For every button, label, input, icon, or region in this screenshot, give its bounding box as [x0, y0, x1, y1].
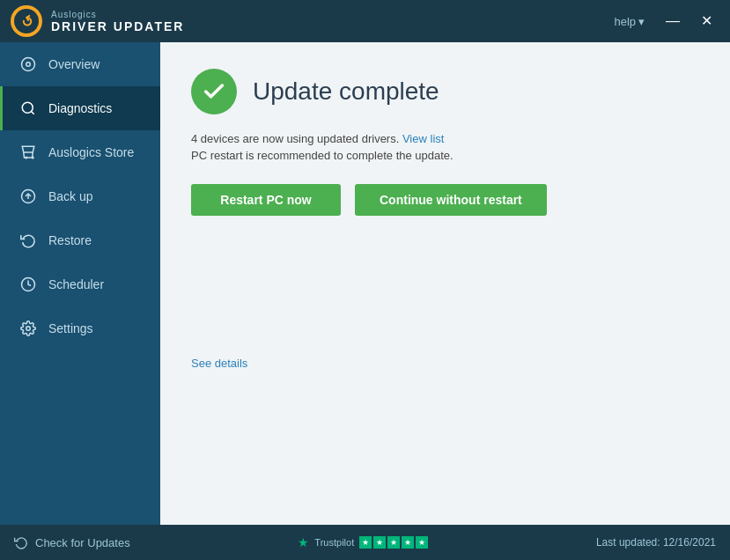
window-controls: help ▾ — ✕ [607, 11, 719, 32]
content-area: Update complete 4 devices are now using … [160, 42, 730, 525]
success-header: Update complete [191, 69, 699, 114]
diagnostics-icon [18, 99, 38, 118]
view-list-link[interactable]: View list [402, 132, 444, 145]
sidebar-item-diagnostics[interactable]: Diagnostics [0, 86, 160, 130]
sidebar: Overview Diagnostics Auslogics Store Bac… [0, 42, 160, 525]
trustpilot-widget: ★ Trustpilot ★ ★ ★ ★ ★ [298, 535, 428, 549]
app-branding: ↺ Auslogics DRIVER UPDATER [11, 5, 184, 37]
sidebar-label-backup: Back up [48, 189, 93, 203]
app-name-top: Auslogics [51, 10, 184, 19]
trustpilot-label: Trustpilot [314, 537, 354, 548]
close-button[interactable]: ✕ [694, 11, 719, 32]
chevron-down-icon: ▾ [638, 15, 645, 28]
settings-icon [18, 319, 38, 338]
trustpilot-stars: ★ ★ ★ ★ ★ [359, 536, 428, 549]
sidebar-item-backup[interactable]: Back up [0, 174, 160, 218]
star-5: ★ [416, 536, 428, 549]
sidebar-item-auslogics-store[interactable]: Auslogics Store [0, 130, 160, 174]
sidebar-item-scheduler[interactable]: Scheduler [0, 262, 160, 306]
app-logo-inner: ↺ [14, 9, 39, 33]
title-bar: ↺ Auslogics DRIVER UPDATER help ▾ — ✕ [0, 0, 730, 42]
svg-point-9 [26, 327, 31, 331]
sidebar-label-settings: Settings [48, 321, 93, 335]
sidebar-label-scheduler: Scheduler [48, 277, 104, 291]
logo-arrow-icon: ↺ [18, 11, 36, 32]
check-for-updates-button[interactable]: Check for Updates [14, 535, 130, 549]
svg-line-3 [31, 111, 33, 114]
trustpilot-star-icon: ★ [298, 535, 309, 549]
star-4: ★ [402, 536, 414, 549]
overview-icon [18, 55, 38, 74]
sidebar-item-settings[interactable]: Settings [0, 306, 160, 350]
restart-pc-button[interactable]: Restart PC now [191, 184, 341, 216]
backup-icon [18, 187, 38, 206]
svg-point-0 [22, 58, 35, 71]
sidebar-label-diagnostics: Diagnostics [48, 101, 112, 115]
star-3: ★ [387, 536, 400, 549]
svg-point-2 [22, 102, 33, 113]
scheduler-icon [18, 275, 38, 294]
app-title-text: Auslogics DRIVER UPDATER [51, 10, 184, 33]
help-button[interactable]: help ▾ [607, 11, 652, 32]
sidebar-item-restore[interactable]: Restore [0, 218, 160, 262]
svg-point-1 [26, 63, 31, 67]
action-buttons: Restart PC now Continue without restart [191, 184, 699, 216]
bottom-bar: Check for Updates ★ Trustpilot ★ ★ ★ ★ ★… [0, 525, 730, 560]
star-2: ★ [373, 536, 386, 549]
app-logo: ↺ [11, 5, 42, 37]
devices-info-text: 4 devices are now using updated drivers.… [191, 132, 699, 145]
star-1: ★ [359, 536, 372, 549]
sidebar-label-overview: Overview [48, 57, 100, 71]
see-details-link[interactable]: See details [191, 357, 247, 370]
main-layout: Overview Diagnostics Auslogics Store Bac… [0, 42, 730, 525]
sidebar-label-store: Auslogics Store [48, 145, 134, 159]
restart-recommendation-text: PC restart is recommended to complete th… [191, 149, 699, 162]
minimize-button[interactable]: — [659, 11, 687, 32]
success-checkmark-icon [191, 69, 237, 114]
sidebar-label-restore: Restore [48, 233, 92, 247]
continue-without-restart-button[interactable]: Continue without restart [355, 184, 547, 216]
update-complete-title: Update complete [253, 77, 439, 106]
app-name-bottom: DRIVER UPDATER [51, 19, 184, 33]
sidebar-item-overview[interactable]: Overview [0, 42, 160, 86]
content-body: Update complete 4 devices are now using … [160, 42, 730, 525]
restore-icon [18, 231, 38, 250]
store-icon [18, 143, 38, 162]
last-updated-text: Last updated: 12/16/2021 [596, 536, 716, 549]
